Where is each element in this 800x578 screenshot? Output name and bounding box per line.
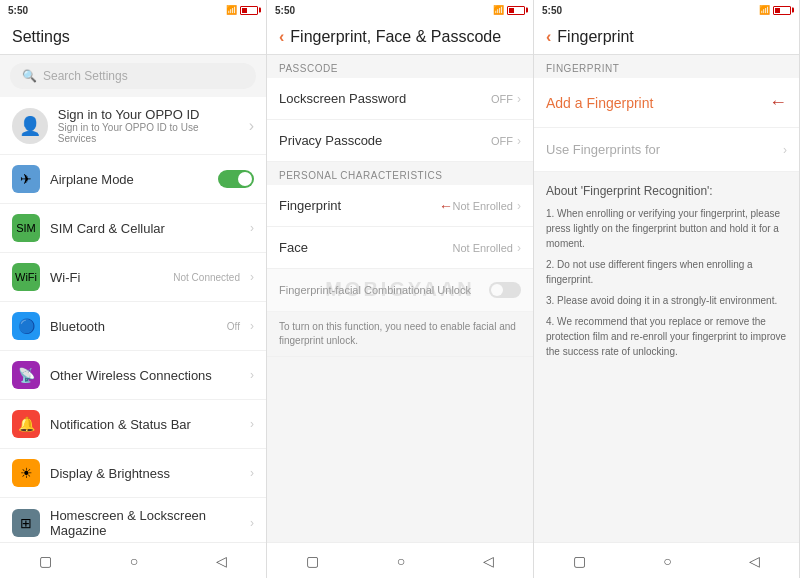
display-label: Display & Brightness: [50, 466, 240, 481]
fingerprint-panel: 5:50 📶 ‹ Fingerprint FINGERPRINT Add a F…: [534, 0, 800, 578]
combo-unlock-label: Fingerprint-facial Combinational Unlock: [279, 284, 489, 296]
time-right: 5:50: [542, 5, 562, 16]
search-icon: 🔍: [22, 69, 37, 83]
homescreen-icon: ⊞: [12, 509, 40, 537]
notification-item[interactable]: 🔔 Notification & Status Bar ›: [0, 400, 266, 449]
battery-icon-left: [240, 6, 258, 15]
airplane-icon: ✈: [12, 165, 40, 193]
face-item-value: Not Enrolled: [452, 242, 513, 254]
use-fingerprint-item[interactable]: Use Fingerprints for ›: [534, 128, 799, 172]
add-fingerprint-label: Add a Fingerprint: [546, 95, 769, 111]
bluetooth-status: Off: [227, 321, 240, 332]
lockscreen-password-label: Lockscreen Password: [279, 91, 491, 106]
add-fingerprint-button[interactable]: Add a Fingerprint ←: [534, 78, 799, 128]
display-item[interactable]: ☀ Display & Brightness ›: [0, 449, 266, 498]
settings-list: ✈ Airplane Mode SIM SIM Card & Cellular …: [0, 155, 266, 542]
status-bar-middle: 5:50 📶: [267, 0, 533, 20]
time-middle: 5:50: [275, 5, 295, 16]
status-icons-left: 📶: [226, 5, 258, 15]
bluetooth-arrow: ›: [250, 319, 254, 333]
fingerprint-header: ‹ Fingerprint: [534, 20, 799, 55]
passcode-section-header: PASSCODE: [267, 55, 533, 78]
red-arrow-add: ←: [769, 92, 787, 113]
wireless-item[interactable]: 📡 Other Wireless Connections ›: [0, 351, 266, 400]
nav-circle-m[interactable]: ○: [385, 549, 417, 573]
fingerprint-item[interactable]: Fingerprint ← Not Enrolled ›: [267, 185, 533, 227]
nav-square-m[interactable]: ▢: [294, 549, 331, 573]
signin-text: Sign in to Your OPPO ID Sign in to Your …: [58, 107, 239, 144]
battery-icon-right: [773, 6, 791, 15]
fingerprint-passcode-header: ‹ Fingerprint, Face & Passcode: [267, 20, 533, 55]
notification-arrow: ›: [250, 417, 254, 431]
back-arrow-right[interactable]: ‹: [546, 28, 551, 46]
notification-icon: 🔔: [12, 410, 40, 438]
homescreen-item[interactable]: ⊞ Homescreen & Lockscreen Magazine ›: [0, 498, 266, 542]
avatar: 👤: [12, 108, 48, 144]
notification-label: Notification & Status Bar: [50, 417, 240, 432]
back-arrow-middle[interactable]: ‹: [279, 28, 284, 46]
face-item[interactable]: Face Not Enrolled ›: [267, 227, 533, 269]
homescreen-label: Homescreen & Lockscreen Magazine: [50, 508, 240, 538]
wireless-icon: 📡: [12, 361, 40, 389]
about-title: About 'Fingerprint Recognition':: [546, 184, 787, 198]
wifi-label: Wi-Fi: [50, 270, 163, 285]
face-item-arrow: ›: [517, 241, 521, 255]
sim-item[interactable]: SIM SIM Card & Cellular ›: [0, 204, 266, 253]
sim-icon: SIM: [12, 214, 40, 242]
bottom-nav-left: ▢ ○ ◁: [0, 542, 266, 578]
nav-back[interactable]: ◁: [204, 549, 239, 573]
search-placeholder: Search Settings: [43, 69, 128, 83]
combo-desc-item: To turn on this function, you need to en…: [267, 312, 533, 357]
fingerprint-section-header: FINGERPRINT: [534, 55, 799, 78]
display-icon: ☀: [12, 459, 40, 487]
signin-title: Sign in to Your OPPO ID: [58, 107, 239, 122]
nav-square-r[interactable]: ▢: [561, 549, 598, 573]
status-icons-right: 📶: [759, 5, 791, 15]
combo-toggle: [489, 282, 521, 298]
fingerprint-item-arrow: ›: [517, 199, 521, 213]
bluetooth-item[interactable]: 🔵 Bluetooth Off ›: [0, 302, 266, 351]
combo-description: To turn on this function, you need to en…: [279, 320, 521, 348]
airplane-toggle[interactable]: [218, 170, 254, 188]
search-bar[interactable]: 🔍 Search Settings: [10, 63, 256, 89]
personal-section-header: PERSONAL CHARACTERISTICS: [267, 162, 533, 185]
battery-icon-middle: [507, 6, 525, 15]
combo-unlock-item: Fingerprint-facial Combinational Unlock: [267, 269, 533, 312]
nav-back-m[interactable]: ◁: [471, 549, 506, 573]
fingerprint-passcode-content: PASSCODE Lockscreen Password OFF › Priva…: [267, 55, 533, 542]
about-point-1: 1. When enrolling or verifying your fing…: [546, 206, 787, 251]
bluetooth-icon: 🔵: [12, 312, 40, 340]
nav-circle[interactable]: ○: [118, 549, 150, 573]
fingerprint-item-value: Not Enrolled: [452, 200, 513, 212]
settings-panel: 5:50 📶 Settings 🔍 Search Settings 👤 Sign…: [0, 0, 267, 578]
airplane-mode-item[interactable]: ✈ Airplane Mode: [0, 155, 266, 204]
privacy-passcode-item[interactable]: Privacy Passcode OFF ›: [267, 120, 533, 162]
privacy-passcode-label: Privacy Passcode: [279, 133, 491, 148]
homescreen-arrow: ›: [250, 516, 254, 530]
wifi-item[interactable]: WiFi Wi-Fi Not Connected ›: [0, 253, 266, 302]
lockscreen-password-arrow: ›: [517, 92, 521, 106]
fingerprint-content: FINGERPRINT Add a Fingerprint ← Use Fing…: [534, 55, 799, 542]
wifi-icon: WiFi: [12, 263, 40, 291]
wireless-label: Other Wireless Connections: [50, 368, 240, 383]
sim-arrow: ›: [250, 221, 254, 235]
nav-back-r[interactable]: ◁: [737, 549, 772, 573]
time-left: 5:50: [8, 5, 28, 16]
signin-item[interactable]: 👤 Sign in to Your OPPO ID Sign in to You…: [0, 97, 266, 155]
nav-square[interactable]: ▢: [27, 549, 64, 573]
bottom-nav-middle: ▢ ○ ◁: [267, 542, 533, 578]
signal-icon: 📶: [226, 5, 237, 15]
fingerprint-passcode-title: Fingerprint, Face & Passcode: [290, 28, 501, 46]
use-fingerprint-arrow: ›: [783, 143, 787, 157]
lockscreen-password-item[interactable]: Lockscreen Password OFF ›: [267, 78, 533, 120]
bottom-nav-right: ▢ ○ ◁: [534, 542, 799, 578]
use-fingerprint-label: Use Fingerprints for: [546, 142, 783, 157]
privacy-passcode-arrow: ›: [517, 134, 521, 148]
signin-subtitle: Sign in to Your OPPO ID to Use Services: [58, 122, 239, 144]
airplane-label: Airplane Mode: [50, 172, 208, 187]
display-arrow: ›: [250, 466, 254, 480]
settings-title: Settings: [12, 28, 254, 46]
nav-circle-r[interactable]: ○: [651, 549, 683, 573]
fingerprint-passcode-panel: 5:50 📶 ‹ Fingerprint, Face & Passcode PA…: [267, 0, 534, 578]
signal-icon-right: 📶: [759, 5, 770, 15]
